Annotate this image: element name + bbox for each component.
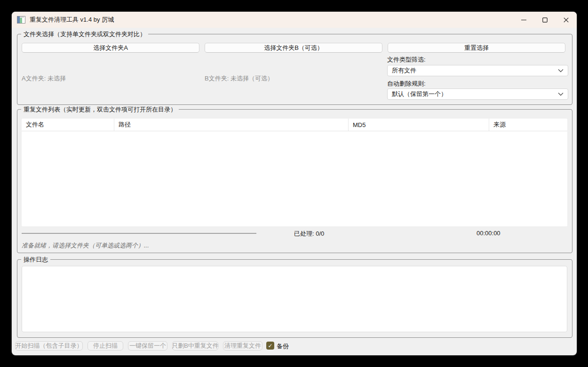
chevron-down-icon — [558, 92, 564, 96]
folder-b-status: B文件夹: 未选择（可选） — [205, 74, 273, 83]
processed-counter: 已处理: 0/0 — [294, 230, 324, 238]
table-header: 文件名 路径 MD5 来源 — [22, 119, 567, 131]
start-scan-button[interactable]: 开始扫描（包含子目录） — [15, 341, 83, 351]
file-type-label: 文件类型筛选: — [387, 56, 426, 64]
column-header-path[interactable]: 路径 — [114, 119, 349, 131]
column-header-filename[interactable]: 文件名 — [22, 119, 114, 131]
duplicate-list-title: 重复文件列表（实时更新，双击文件项可打开所在目录） — [21, 105, 179, 114]
delete-rule-label: 自动删除规则: — [387, 80, 426, 88]
table-body[interactable] — [22, 131, 567, 226]
file-type-select[interactable]: 所有文件 — [387, 65, 568, 76]
clean-duplicates-button[interactable]: 清理重复文件 — [223, 341, 262, 351]
chevron-down-icon — [558, 69, 564, 72]
delete-rule-select[interactable]: 默认（保留第一个） — [387, 88, 568, 100]
column-header-source[interactable]: 来源 — [489, 119, 567, 131]
keep-one-button[interactable]: 一键保留一个 — [128, 341, 167, 351]
maximize-button[interactable] — [534, 12, 556, 28]
delete-rule-value: 默认（保留第一个） — [392, 90, 447, 98]
backup-checkbox[interactable]: ✓ — [266, 342, 274, 350]
app-window: 重复文件清理工具 v1.4 by 厉城 文件夹选择（支持单文件夹或双文件夹对比）… — [12, 12, 577, 355]
close-button[interactable] — [556, 12, 577, 28]
reset-selection-button[interactable]: 重置选择 — [388, 43, 565, 53]
select-folder-b-button[interactable]: 选择文件夹B（可选） — [205, 43, 382, 53]
duplicate-file-table[interactable]: 文件名 路径 MD5 来源 — [22, 119, 567, 226]
folder-selection-title: 文件夹选择（支持单文件夹或双文件夹对比） — [21, 30, 148, 39]
delete-b-duplicates-button[interactable]: 只删B中重复文件 — [172, 341, 218, 351]
app-icon — [17, 16, 25, 24]
maximize-icon — [542, 17, 548, 23]
minimize-button[interactable] — [513, 12, 534, 28]
check-icon: ✓ — [268, 343, 272, 349]
operation-log-title: 操作日志 — [21, 255, 50, 264]
file-type-value: 所有文件 — [392, 66, 416, 75]
folder-a-status: A文件夹: 未选择 — [22, 74, 66, 83]
stop-scan-button[interactable]: 停止扫描 — [87, 341, 123, 351]
close-icon — [564, 17, 569, 23]
elapsed-timer: 00:00:00 — [477, 230, 501, 237]
select-folder-a-button[interactable]: 选择文件夹A — [22, 43, 199, 53]
log-textarea[interactable] — [22, 266, 567, 332]
backup-label: 备份 — [277, 342, 289, 351]
status-message: 准备就绪，请选择文件夹（可单选或选两个）... — [22, 241, 149, 250]
minimize-icon — [521, 17, 526, 23]
progress-bar — [22, 233, 256, 234]
window-title: 重复文件清理工具 v1.4 by 厉城 — [30, 16, 114, 24]
column-header-md5[interactable]: MD5 — [349, 119, 489, 131]
title-bar: 重复文件清理工具 v1.4 by 厉城 — [12, 12, 577, 28]
